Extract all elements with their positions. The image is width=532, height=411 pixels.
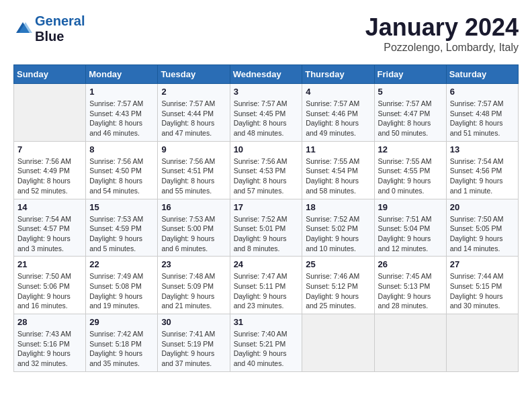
day-info: Sunrise: 7:40 AM Sunset: 5:21 PM Dayligh… [234,329,299,369]
day-number: 1 [89,87,154,97]
day-info: Sunrise: 7:57 AM Sunset: 4:46 PM Dayligh… [306,99,370,138]
calendar-cell: 17Sunrise: 7:52 AM Sunset: 5:01 PM Dayli… [230,199,302,257]
calendar-cell [14,84,86,142]
calendar-cell: 31Sunrise: 7:40 AM Sunset: 5:21 PM Dayli… [230,314,302,372]
day-info: Sunrise: 7:51 AM Sunset: 5:04 PM Dayligh… [378,214,443,254]
calendar-cell: 30Sunrise: 7:41 AM Sunset: 5:19 PM Dayli… [158,314,230,372]
day-info: Sunrise: 7:57 AM Sunset: 4:48 PM Dayligh… [450,99,515,138]
week-row-4: 21Sunrise: 7:50 AM Sunset: 5:06 PM Dayli… [14,257,519,314]
logo: General Blue [13,13,85,44]
logo-text: General Blue [35,13,85,44]
day-info: Sunrise: 7:52 AM Sunset: 5:02 PM Dayligh… [306,214,370,254]
calendar-cell: 4Sunrise: 7:57 AM Sunset: 4:46 PM Daylig… [302,84,374,142]
calendar-table: SundayMondayTuesdayWednesdayThursdayFrid… [13,64,519,372]
day-number: 3 [234,87,299,97]
day-number: 4 [306,87,370,97]
day-number: 7 [17,144,82,154]
calendar-cell: 29Sunrise: 7:42 AM Sunset: 5:18 PM Dayli… [86,314,158,372]
day-info: Sunrise: 7:42 AM Sunset: 5:18 PM Dayligh… [89,329,154,369]
day-number: 11 [306,144,370,154]
calendar-cell: 7Sunrise: 7:56 AM Sunset: 4:49 PM Daylig… [14,141,86,199]
calendar-cell: 5Sunrise: 7:57 AM Sunset: 4:47 PM Daylig… [374,84,446,142]
month-title: January 2024 [365,13,519,42]
calendar-cell: 28Sunrise: 7:43 AM Sunset: 5:16 PM Dayli… [14,314,86,372]
day-info: Sunrise: 7:56 AM Sunset: 4:50 PM Dayligh… [89,156,154,196]
page-header: General Blue January 2024 Pozzolengo, Lo… [13,13,519,54]
day-info: Sunrise: 7:44 AM Sunset: 5:15 PM Dayligh… [450,271,515,311]
day-number: 30 [161,317,226,327]
day-info: Sunrise: 7:45 AM Sunset: 5:13 PM Dayligh… [378,271,443,311]
day-number: 9 [161,144,226,154]
day-info: Sunrise: 7:50 AM Sunset: 5:05 PM Dayligh… [450,214,515,254]
day-info: Sunrise: 7:57 AM Sunset: 4:44 PM Dayligh… [161,99,226,138]
day-info: Sunrise: 7:53 AM Sunset: 5:00 PM Dayligh… [161,214,226,254]
day-number: 12 [378,144,443,154]
day-info: Sunrise: 7:46 AM Sunset: 5:12 PM Dayligh… [306,271,370,311]
day-number: 23 [161,259,226,269]
day-number: 28 [17,317,82,327]
day-number: 15 [89,202,154,212]
day-info: Sunrise: 7:47 AM Sunset: 5:11 PM Dayligh… [234,271,299,311]
location: Pozzolengo, Lombardy, Italy [365,42,519,54]
day-info: Sunrise: 7:55 AM Sunset: 4:55 PM Dayligh… [378,156,443,196]
calendar-cell: 13Sunrise: 7:54 AM Sunset: 4:56 PM Dayli… [446,141,518,199]
calendar-cell: 27Sunrise: 7:44 AM Sunset: 5:15 PM Dayli… [446,257,518,314]
day-number: 31 [234,317,299,327]
day-number: 22 [89,259,154,269]
day-info: Sunrise: 7:53 AM Sunset: 4:59 PM Dayligh… [89,214,154,254]
calendar-cell: 24Sunrise: 7:47 AM Sunset: 5:11 PM Dayli… [230,257,302,314]
day-number: 19 [378,202,443,212]
day-number: 8 [89,144,154,154]
week-row-1: 1Sunrise: 7:57 AM Sunset: 4:43 PM Daylig… [14,84,519,142]
day-info: Sunrise: 7:54 AM Sunset: 4:57 PM Dayligh… [17,214,82,254]
day-number: 6 [450,87,515,97]
calendar-cell: 21Sunrise: 7:50 AM Sunset: 5:06 PM Dayli… [14,257,86,314]
day-info: Sunrise: 7:54 AM Sunset: 4:56 PM Dayligh… [450,156,515,196]
calendar-cell: 14Sunrise: 7:54 AM Sunset: 4:57 PM Dayli… [14,199,86,257]
day-info: Sunrise: 7:57 AM Sunset: 4:45 PM Dayligh… [234,99,299,138]
day-number: 13 [450,144,515,154]
week-row-3: 14Sunrise: 7:54 AM Sunset: 4:57 PM Dayli… [14,199,519,257]
calendar-cell: 25Sunrise: 7:46 AM Sunset: 5:12 PM Dayli… [302,257,374,314]
calendar-cell [446,314,518,372]
calendar-cell: 16Sunrise: 7:53 AM Sunset: 5:00 PM Dayli… [158,199,230,257]
calendar-cell: 9Sunrise: 7:56 AM Sunset: 4:51 PM Daylig… [158,141,230,199]
calendar-cell: 23Sunrise: 7:48 AM Sunset: 5:09 PM Dayli… [158,257,230,314]
header-cell-thursday: Thursday [302,65,374,84]
day-info: Sunrise: 7:57 AM Sunset: 4:47 PM Dayligh… [378,99,443,138]
calendar-cell: 1Sunrise: 7:57 AM Sunset: 4:43 PM Daylig… [86,84,158,142]
day-number: 18 [306,202,370,212]
day-number: 5 [378,87,443,97]
day-info: Sunrise: 7:50 AM Sunset: 5:06 PM Dayligh… [17,271,82,311]
week-row-5: 28Sunrise: 7:43 AM Sunset: 5:16 PM Dayli… [14,314,519,372]
day-number: 10 [234,144,299,154]
calendar-cell: 12Sunrise: 7:55 AM Sunset: 4:55 PM Dayli… [374,141,446,199]
title-block: January 2024 Pozzolengo, Lombardy, Italy [365,13,519,54]
day-number: 24 [234,259,299,269]
logo-icon [13,19,32,38]
calendar-cell: 26Sunrise: 7:45 AM Sunset: 5:13 PM Dayli… [374,257,446,314]
header-row: SundayMondayTuesdayWednesdayThursdayFrid… [14,65,519,84]
day-info: Sunrise: 7:49 AM Sunset: 5:08 PM Dayligh… [89,271,154,311]
day-number: 14 [17,202,82,212]
day-number: 27 [450,259,515,269]
calendar-cell: 15Sunrise: 7:53 AM Sunset: 4:59 PM Dayli… [86,199,158,257]
day-info: Sunrise: 7:43 AM Sunset: 5:16 PM Dayligh… [17,329,82,369]
calendar-cell: 18Sunrise: 7:52 AM Sunset: 5:02 PM Dayli… [302,199,374,257]
calendar-cell: 8Sunrise: 7:56 AM Sunset: 4:50 PM Daylig… [86,141,158,199]
day-number: 21 [17,259,82,269]
calendar-cell: 6Sunrise: 7:57 AM Sunset: 4:48 PM Daylig… [446,84,518,142]
day-number: 16 [161,202,226,212]
calendar-cell: 22Sunrise: 7:49 AM Sunset: 5:08 PM Dayli… [86,257,158,314]
header-cell-saturday: Saturday [446,65,518,84]
day-info: Sunrise: 7:57 AM Sunset: 4:43 PM Dayligh… [89,99,154,138]
calendar-cell: 10Sunrise: 7:56 AM Sunset: 4:53 PM Dayli… [230,141,302,199]
day-number: 17 [234,202,299,212]
day-number: 25 [306,259,370,269]
header-cell-wednesday: Wednesday [230,65,302,84]
day-info: Sunrise: 7:48 AM Sunset: 5:09 PM Dayligh… [161,271,226,311]
day-info: Sunrise: 7:56 AM Sunset: 4:53 PM Dayligh… [234,156,299,196]
calendar-cell: 20Sunrise: 7:50 AM Sunset: 5:05 PM Dayli… [446,199,518,257]
day-info: Sunrise: 7:41 AM Sunset: 5:19 PM Dayligh… [161,329,226,369]
day-info: Sunrise: 7:52 AM Sunset: 5:01 PM Dayligh… [234,214,299,254]
